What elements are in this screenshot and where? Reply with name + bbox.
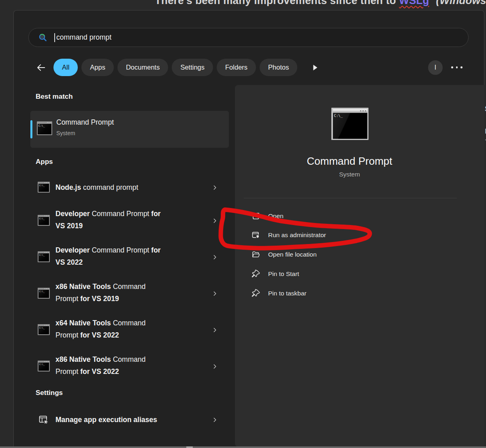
action-pin-to-start[interactable]: Pin to Start bbox=[244, 264, 418, 284]
pin-icon bbox=[251, 269, 261, 279]
scrollbar-thumb[interactable] bbox=[186, 446, 193, 448]
folder-icon bbox=[251, 250, 261, 259]
result-title: x86 Native Tools CommandPrompt for VS 20… bbox=[55, 277, 189, 305]
result-x86-native-vs2019[interactable]: C:\_ x86 Native Tools CommandPrompt for … bbox=[30, 277, 229, 310]
action-label: Open bbox=[268, 206, 418, 226]
action-pin-to-taskbar[interactable]: Pin to taskbar bbox=[244, 284, 418, 303]
result-x64-native-vs2022[interactable]: C:\_ x64 Native Tools CommandPrompt for … bbox=[30, 314, 229, 346]
app-alias-settings-icon bbox=[38, 414, 49, 425]
best-match-subtitle: System bbox=[56, 130, 75, 136]
command-prompt-icon: C:\_ bbox=[38, 251, 50, 262]
search-query-text: command prompt bbox=[56, 28, 111, 47]
tab-apps[interactable]: Apps bbox=[81, 59, 114, 76]
search-icon bbox=[38, 32, 48, 43]
result-title: Developer Command Prompt forVS 2022 bbox=[55, 241, 189, 268]
chevron-right-icon[interactable] bbox=[211, 363, 218, 370]
selection-accent-bar bbox=[30, 120, 32, 138]
horizontal-scrollbar[interactable] bbox=[0, 446, 486, 448]
best-match-title: Command Prompt bbox=[56, 118, 114, 127]
command-prompt-icon: C:\_ bbox=[37, 121, 52, 135]
preview-subtitle: System bbox=[235, 171, 464, 178]
profile-avatar[interactable]: I bbox=[428, 60, 443, 75]
result-title: Manage app execution aliases bbox=[55, 410, 189, 430]
action-label: Run as administrator bbox=[268, 225, 418, 245]
more-options-icon[interactable] bbox=[451, 66, 463, 68]
open-external-icon bbox=[251, 211, 261, 221]
tab-all[interactable]: All bbox=[53, 59, 78, 76]
tab-settings[interactable]: Settings bbox=[172, 59, 213, 76]
tab-folders[interactable]: Folders bbox=[217, 59, 256, 76]
best-match-item[interactable]: C:\_ Command Prompt System bbox=[30, 111, 229, 148]
wslg-link[interactable]: WSLg bbox=[399, 0, 429, 6]
action-label: Open file location bbox=[268, 245, 418, 264]
background-heading-text: There's been many improvements since the… bbox=[155, 0, 486, 7]
chevron-right-icon[interactable] bbox=[211, 290, 218, 297]
text-caret bbox=[54, 33, 55, 42]
result-title: x64 Native Tools CommandPrompt for VS 20… bbox=[55, 314, 189, 341]
command-prompt-icon: C:\_ bbox=[38, 182, 50, 193]
screen: There's been many improvements since the… bbox=[0, 0, 486, 448]
filter-bar: All Apps Documents Settings Folders Phot… bbox=[36, 59, 318, 76]
apps-header: Apps bbox=[36, 158, 53, 166]
chevron-right-icon[interactable] bbox=[211, 254, 218, 261]
search-input[interactable]: command prompt bbox=[28, 28, 469, 47]
action-label: Pin to Start bbox=[268, 264, 418, 284]
command-prompt-icon: C:\_ bbox=[38, 361, 50, 372]
command-prompt-icon: C:\_ bbox=[38, 288, 50, 299]
divider bbox=[244, 198, 457, 198]
back-button[interactable] bbox=[36, 62, 48, 74]
command-prompt-icon: C:\_ bbox=[38, 324, 50, 335]
result-dev-cmd-vs2019[interactable]: C:\_ Developer Command Prompt forVS 2019 bbox=[30, 204, 229, 237]
tab-documents[interactable]: Documents bbox=[117, 59, 168, 76]
play-arrow-icon bbox=[312, 64, 318, 71]
admin-shield-icon bbox=[251, 230, 261, 240]
result-manage-app-aliases[interactable]: Manage app execution aliases bbox=[30, 410, 229, 430]
result-title: Node.js command prompt bbox=[55, 176, 189, 198]
result-x86-native-vs2022[interactable]: C:\_ x86 Native Tools CommandPrompt for … bbox=[30, 350, 229, 382]
chevron-right-icon[interactable] bbox=[211, 327, 218, 333]
result-dev-cmd-vs2022[interactable]: C:\_ Developer Command Prompt forVS 2022 bbox=[30, 241, 229, 273]
settings-header: Settings bbox=[36, 389, 63, 397]
chevron-right-icon[interactable] bbox=[211, 416, 218, 423]
chevron-right-icon[interactable] bbox=[211, 217, 218, 224]
action-label: Pin to taskbar bbox=[268, 284, 418, 303]
external-link-icon: ⧉ bbox=[429, 0, 433, 1]
result-nodejs-command-prompt[interactable]: C:\_ Node.js command prompt bbox=[30, 176, 229, 198]
result-title: x86 Native Tools CommandPrompt for VS 20… bbox=[55, 350, 189, 378]
heading-prefix: There's been many improvements since the… bbox=[155, 0, 399, 6]
action-open-file-location[interactable]: Open file location bbox=[244, 245, 418, 264]
result-title: Developer Command Prompt forVS 2019 bbox=[55, 204, 189, 232]
preview-title: Command Prompt bbox=[235, 155, 464, 168]
chevron-right-icon[interactable] bbox=[211, 184, 218, 191]
more-tabs-button[interactable] bbox=[312, 64, 318, 71]
back-arrow-icon bbox=[36, 62, 46, 73]
heading-suffix: (Windows Subsystem bbox=[433, 0, 486, 6]
action-open[interactable]: Open bbox=[244, 206, 418, 226]
command-prompt-large-icon: C:\_ bbox=[331, 108, 369, 140]
tab-photos[interactable]: Photos bbox=[260, 59, 297, 76]
command-prompt-icon: C:\_ bbox=[38, 215, 50, 226]
best-match-header: Best match bbox=[36, 93, 73, 101]
action-run-as-administrator[interactable]: Run as administrator bbox=[244, 225, 418, 245]
pin-icon bbox=[251, 289, 261, 298]
